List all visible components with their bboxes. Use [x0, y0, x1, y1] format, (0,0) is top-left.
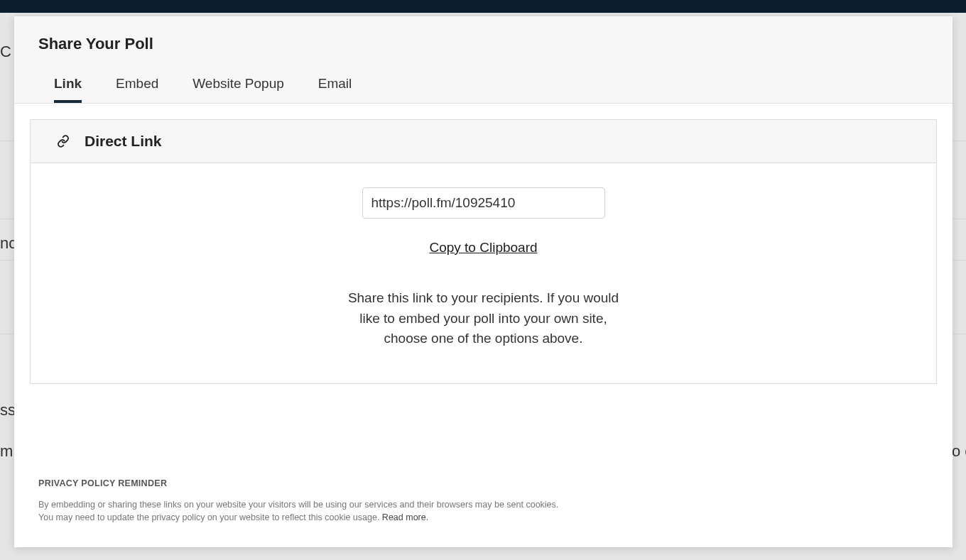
- privacy-line-1: By embedding or sharing these links on y…: [38, 500, 558, 510]
- privacy-footer-text: By embedding or sharing these links on y…: [38, 498, 928, 525]
- tab-email[interactable]: Email: [318, 76, 352, 103]
- link-icon: [55, 135, 72, 148]
- direct-link-input[interactable]: [362, 187, 605, 219]
- card-body: Copy to Clipboard Share this link to you…: [31, 163, 936, 383]
- tabs: Link Embed Website Popup Email: [38, 76, 928, 103]
- card-title: Direct Link: [85, 133, 162, 150]
- privacy-line-2: You may need to update the privacy polic…: [38, 512, 382, 522]
- read-more-link[interactable]: Read more.: [382, 512, 428, 522]
- share-poll-modal: Share Your Poll Link Embed Website Popup…: [14, 16, 953, 547]
- modal-body[interactable]: Direct Link Copy to Clipboard Share this…: [14, 103, 953, 547]
- tab-embed[interactable]: Embed: [116, 76, 158, 103]
- card-header: Direct Link: [31, 120, 936, 163]
- modal-title: Share Your Poll: [38, 35, 928, 53]
- privacy-footer-title: PRIVACY POLICY REMINDER: [38, 478, 928, 488]
- copy-to-clipboard-button[interactable]: Copy to Clipboard: [429, 240, 537, 256]
- app-topbar: [0, 0, 966, 13]
- tab-link[interactable]: Link: [54, 76, 82, 103]
- help-text: Share this link to your recipients. If y…: [342, 288, 626, 349]
- tab-website-popup[interactable]: Website Popup: [192, 76, 284, 103]
- privacy-footer: PRIVACY POLICY REMINDER By embedding or …: [30, 470, 937, 532]
- bg-text-fragment: m: [0, 442, 13, 461]
- direct-link-card: Direct Link Copy to Clipboard Share this…: [30, 119, 937, 384]
- modal-header: Share Your Poll Link Embed Website Popup…: [14, 16, 953, 103]
- bg-text-fragment: o e: [952, 442, 966, 461]
